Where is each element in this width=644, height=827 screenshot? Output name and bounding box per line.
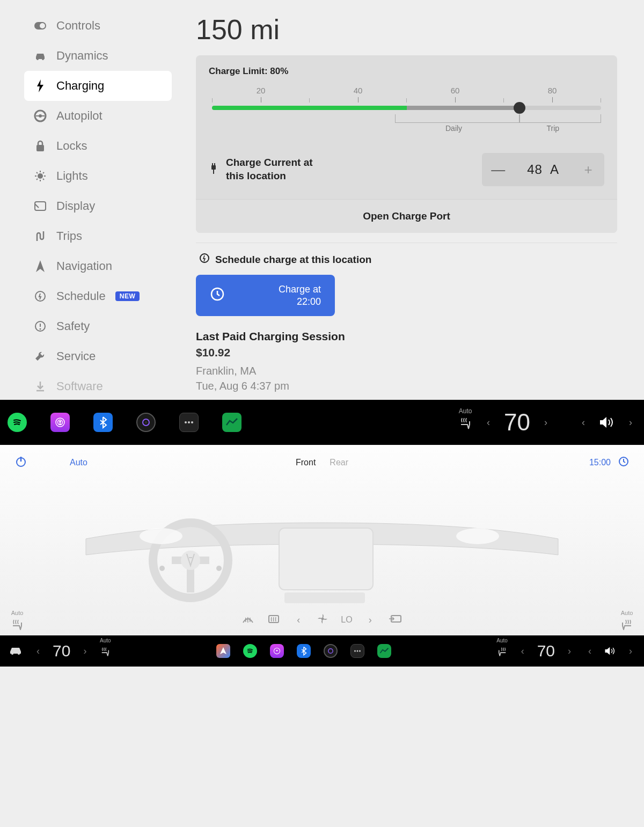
- nav-arrow-icon: [34, 260, 47, 273]
- svg-point-1: [40, 23, 45, 28]
- more-apps-icon-2[interactable]: [350, 644, 364, 658]
- increase-current-button[interactable]: +: [572, 153, 604, 186]
- left-temp-up[interactable]: ›: [79, 641, 91, 661]
- climate-clock-icon[interactable]: [618, 456, 629, 469]
- bluetooth-app-icon-2[interactable]: [297, 644, 311, 658]
- left-seat-heat[interactable]: Auto: [99, 645, 111, 657]
- temp-up-button[interactable]: ›: [540, 413, 552, 433]
- navigation-app-icon[interactable]: [216, 644, 230, 658]
- plug-icon: [209, 162, 218, 177]
- sidebar-item-label: Locks: [56, 139, 87, 153]
- volume-up-button[interactable]: ›: [625, 413, 636, 433]
- more-apps-icon[interactable]: [179, 413, 199, 432]
- volume-down-button[interactable]: ‹: [577, 413, 589, 433]
- left-temperature[interactable]: 70: [53, 642, 70, 660]
- decrease-current-button[interactable]: —: [482, 153, 514, 186]
- last-session-price: $10.92: [196, 346, 617, 359]
- sidebar-item-charging[interactable]: Charging: [24, 71, 172, 101]
- climate-rear-tab[interactable]: Rear: [330, 458, 348, 467]
- climate-auto-button[interactable]: Auto: [70, 458, 87, 467]
- sidebar-item-navigation[interactable]: Navigation: [24, 251, 172, 281]
- trips-icon: [34, 230, 47, 243]
- sidebar-item-safety[interactable]: Safety: [24, 311, 172, 341]
- bluetooth-app-icon[interactable]: [93, 413, 113, 432]
- right-temperature[interactable]: 70: [537, 642, 555, 660]
- wrench-icon: [34, 350, 47, 363]
- slider-handle[interactable]: [514, 102, 525, 114]
- trip-marker: Trip: [547, 124, 560, 133]
- steering-wheel-icon: [34, 109, 47, 122]
- podcast-app-icon[interactable]: [50, 413, 70, 432]
- svg-point-59: [359, 650, 361, 652]
- seat-heater-button[interactable]: Auto: [458, 415, 473, 430]
- last-session-title: Last Paid Charging Session: [196, 330, 617, 343]
- defrost-rear-button[interactable]: [267, 613, 281, 627]
- climate-power-button[interactable]: [15, 456, 27, 470]
- schedule-section-title: Schedule charge at this location: [199, 253, 617, 266]
- sidebar-item-label: Software: [56, 379, 103, 393]
- temp-down-button[interactable]: ‹: [482, 413, 494, 433]
- defrost-front-button[interactable]: [241, 613, 255, 627]
- sidebar-item-dynamics[interactable]: Dynamics: [24, 41, 172, 71]
- right-seat-heat[interactable]: Auto: [496, 645, 508, 657]
- svg-point-35: [185, 421, 187, 423]
- left-seat-heater[interactable]: Auto: [11, 610, 24, 630]
- fan-up-button[interactable]: ›: [364, 610, 376, 630]
- svg-point-34: [145, 421, 147, 423]
- right-seat-heater[interactable]: Auto: [620, 610, 633, 630]
- recirculate-button[interactable]: [388, 613, 403, 626]
- download-icon: [34, 380, 47, 393]
- sidebar-item-display[interactable]: Display: [24, 191, 172, 221]
- climate-schedule-time[interactable]: 15:00: [589, 458, 611, 467]
- svg-point-55: [276, 650, 278, 652]
- charge-panel: Charge Limit: 80% 20 40 60 80: [196, 55, 617, 233]
- svg-point-23: [40, 328, 41, 330]
- sidebar-item-autopilot[interactable]: Autopilot: [24, 101, 172, 131]
- volume-icon-2[interactable]: [604, 646, 616, 656]
- sidebar-item-controls[interactable]: Controls: [24, 11, 172, 41]
- volume-down-2[interactable]: ‹: [584, 641, 596, 661]
- charge-at-time-button[interactable]: Charge at 22:00: [196, 275, 335, 316]
- stocks-app-icon-2[interactable]: [377, 644, 391, 658]
- app-dock: Auto ‹ 70 › ‹ ›: [0, 400, 644, 445]
- fan-down-button[interactable]: ‹: [292, 610, 304, 630]
- svg-point-58: [357, 650, 358, 652]
- camera-app-icon[interactable]: [136, 413, 156, 432]
- temperature-display[interactable]: 70: [504, 409, 530, 436]
- right-temp-up[interactable]: ›: [564, 641, 575, 661]
- svg-point-5: [39, 114, 42, 118]
- svg-point-28: [200, 254, 209, 262]
- svg-point-2: [36, 58, 39, 60]
- sidebar-item-service[interactable]: Service: [24, 341, 172, 371]
- svg-point-45: [140, 528, 182, 544]
- sidebar-item-label: Display: [56, 199, 95, 213]
- sidebar-item-schedule[interactable]: Schedule NEW: [24, 281, 172, 311]
- svg-point-32: [59, 421, 61, 423]
- svg-rect-43: [279, 528, 373, 590]
- svg-point-9: [38, 173, 43, 179]
- sidebar-item-label: Lights: [56, 169, 88, 183]
- volume-up-2[interactable]: ›: [625, 641, 636, 661]
- car-controls-icon[interactable]: [8, 645, 24, 657]
- spotify-app-icon-2[interactable]: [243, 644, 257, 658]
- fan-icon[interactable]: [316, 612, 329, 627]
- sidebar-item-lights[interactable]: Lights: [24, 161, 172, 191]
- bottom-dock: ‹ 70 › Auto Auto ‹ 70 › ‹ ›: [0, 635, 644, 667]
- stocks-app-icon[interactable]: [222, 413, 241, 432]
- alert-icon: [34, 320, 47, 333]
- sidebar-item-trips[interactable]: Trips: [24, 221, 172, 251]
- camera-app-icon-2[interactable]: [324, 644, 338, 658]
- charge-current-control: — 48 A +: [482, 153, 604, 186]
- right-temp-down[interactable]: ‹: [517, 641, 529, 661]
- sidebar-item-locks[interactable]: Locks: [24, 131, 172, 161]
- toggle-icon: [34, 19, 47, 32]
- open-charge-port-button[interactable]: Open Charge Port: [196, 199, 617, 233]
- spotify-app-icon[interactable]: [8, 413, 27, 432]
- charge-limit-slider[interactable]: 20 40 60 80: [212, 86, 601, 130]
- climate-front-tab[interactable]: Front: [296, 458, 316, 467]
- sidebar-item-software[interactable]: Software: [24, 371, 172, 400]
- left-temp-down[interactable]: ‹: [32, 641, 44, 661]
- schedule-icon: [34, 290, 47, 303]
- podcast-app-icon-2[interactable]: [270, 644, 284, 658]
- volume-icon[interactable]: [599, 415, 615, 429]
